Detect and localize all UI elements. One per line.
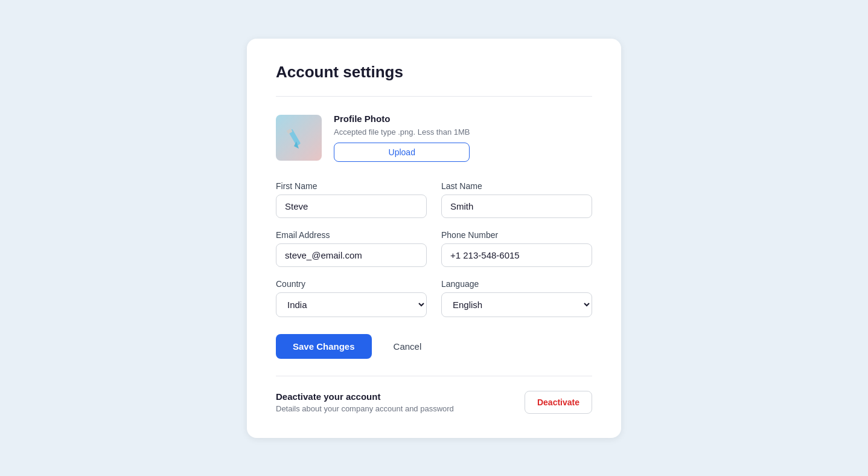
contact-row: Email Address Phone Number [276,230,592,267]
country-label: Country [276,279,427,289]
phone-group: Phone Number [441,230,592,267]
phone-input[interactable] [441,243,592,267]
locale-row: Country India United States United Kingd… [276,279,592,317]
title-divider [276,96,592,97]
deactivate-info: Deactivate your account Details about yo… [276,391,454,413]
profile-photo-label: Profile Photo [334,114,470,124]
last-name-label: Last Name [441,181,592,191]
email-group: Email Address [276,230,427,267]
cancel-button[interactable]: Cancel [379,334,436,359]
name-row: First Name Last Name [276,181,592,218]
deactivate-section: Deactivate your account Details about yo… [276,391,592,414]
language-group: Language English Spanish French German C… [441,279,592,317]
page-title: Account settings [276,63,592,82]
country-group: Country India United States United Kingd… [276,279,427,317]
language-label: Language [441,279,592,289]
deactivate-title: Deactivate your account [276,391,454,402]
profile-photo-thumbnail [276,115,322,161]
profile-photo-hint: Accepted file type .png. Less than 1MB [334,127,470,137]
country-select[interactable]: India United States United Kingdom Canad… [276,292,427,317]
section-divider [276,376,592,376]
first-name-input[interactable] [276,195,427,218]
actions-row: Save Changes Cancel [276,334,592,359]
profile-photo-info: Profile Photo Accepted file type .png. L… [334,114,470,162]
first-name-label: First Name [276,181,427,191]
phone-label: Phone Number [441,230,592,240]
last-name-group: Last Name [441,181,592,218]
upload-button[interactable]: Upload [334,143,470,162]
language-select[interactable]: English Spanish French German Chinese [441,292,592,317]
last-name-input[interactable] [441,195,592,218]
email-label: Email Address [276,230,427,240]
svg-rect-0 [276,115,322,161]
deactivate-hint: Details about your company account and p… [276,404,454,413]
deactivate-button[interactable]: Deactivate [525,391,592,414]
first-name-group: First Name [276,181,427,218]
profile-photo-section: Profile Photo Accepted file type .png. L… [276,114,592,162]
save-button[interactable]: Save Changes [276,334,372,359]
account-settings-card: Account settings Profile Photo Accepte [247,39,621,438]
email-input[interactable] [276,243,427,267]
